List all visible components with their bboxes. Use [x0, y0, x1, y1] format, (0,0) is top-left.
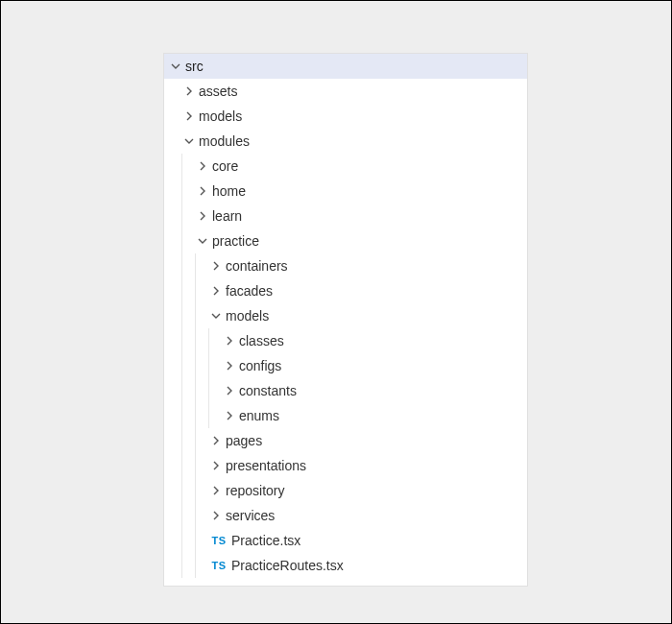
chevron-right-icon[interactable]	[208, 458, 224, 473]
typescript-file-icon: TS	[208, 560, 229, 571]
indent-guide	[168, 204, 181, 228]
indent-guide	[168, 79, 181, 104]
indent-guide	[168, 303, 181, 328]
indent-guide	[168, 528, 181, 553]
indent-guide	[168, 228, 181, 253]
indent-guide	[168, 503, 181, 528]
tree-item-label: repository	[226, 483, 284, 498]
indent-guide	[181, 353, 195, 378]
indent-guide	[195, 528, 208, 553]
chevron-right-icon[interactable]	[222, 333, 237, 348]
tree-item-learn[interactable]: learn	[164, 204, 527, 228]
tree-item-src[interactable]: src	[164, 54, 527, 79]
chevron-down-icon[interactable]	[208, 308, 224, 324]
indent-guide	[168, 353, 181, 378]
indent-guide	[168, 328, 181, 353]
tree-item-label: models	[226, 308, 269, 324]
indent-guide	[181, 179, 195, 204]
chevron-down-icon[interactable]	[168, 59, 183, 74]
indent-guide	[181, 403, 195, 428]
indent-guide	[168, 403, 181, 428]
tree-item-label: Practice.tsx	[231, 533, 300, 548]
tree-item-label: home	[212, 183, 246, 199]
tree-item-facades[interactable]: facades	[164, 278, 527, 303]
indent-guide	[181, 453, 195, 478]
indent-guide	[181, 278, 195, 303]
indent-guide	[195, 328, 208, 353]
tree-item-label: constants	[239, 383, 297, 398]
chevron-right-icon[interactable]	[195, 158, 210, 174]
tree-item-label: practice	[212, 233, 259, 249]
indent-guide	[195, 428, 208, 453]
indent-guide	[195, 353, 208, 378]
indent-guide	[195, 478, 208, 503]
chevron-right-icon[interactable]	[208, 508, 224, 523]
tree-item-containers[interactable]: containers	[164, 253, 527, 278]
tree-item-label: core	[212, 158, 238, 174]
tree-item-home[interactable]: home	[164, 179, 527, 204]
indent-guide	[181, 478, 195, 503]
indent-guide	[168, 179, 181, 204]
indent-guide	[195, 553, 208, 578]
tree-item-models-practice[interactable]: models	[164, 303, 527, 328]
tree-item-presentations[interactable]: presentations	[164, 453, 527, 478]
indent-guide	[181, 228, 195, 253]
indent-guide	[168, 129, 181, 154]
indent-guide	[195, 253, 208, 278]
chevron-right-icon[interactable]	[181, 84, 197, 99]
chevron-right-icon[interactable]	[222, 358, 237, 373]
tree-item-label: services	[226, 508, 275, 523]
indent-guide	[181, 503, 195, 528]
tree-item-classes[interactable]: classes	[164, 328, 527, 353]
tree-item-configs[interactable]: configs	[164, 353, 527, 378]
chevron-right-icon[interactable]	[195, 208, 210, 224]
chevron-right-icon[interactable]	[208, 283, 224, 299]
tree-item-practice-tsx[interactable]: TSPractice.tsx	[164, 528, 527, 553]
file-explorer: srcassetsmodelsmodulescorehomelearnpract…	[163, 53, 528, 587]
tree-item-services[interactable]: services	[164, 503, 527, 528]
tree-item-assets[interactable]: assets	[164, 79, 527, 104]
tree-item-modules[interactable]: modules	[164, 129, 527, 154]
tree-item-constants[interactable]: constants	[164, 378, 527, 403]
chevron-right-icon[interactable]	[208, 483, 224, 498]
tree-item-pages[interactable]: pages	[164, 428, 527, 453]
indent-guide	[181, 154, 195, 179]
tree-item-label: containers	[226, 258, 288, 274]
tree-item-practice-routes[interactable]: TSPracticeRoutes.tsx	[164, 553, 527, 578]
indent-guide	[181, 553, 195, 578]
indent-guide	[208, 353, 222, 378]
indent-guide	[195, 378, 208, 403]
indent-guide	[195, 503, 208, 528]
tree-item-models-top[interactable]: models	[164, 104, 527, 129]
indent-guide	[195, 403, 208, 428]
tree-item-practice[interactable]: practice	[164, 228, 527, 253]
indent-guide	[168, 453, 181, 478]
chevron-right-icon[interactable]	[181, 108, 197, 124]
tree-item-core[interactable]: core	[164, 154, 527, 179]
chevron-right-icon[interactable]	[222, 408, 237, 423]
chevron-right-icon[interactable]	[208, 433, 224, 448]
indent-guide	[181, 378, 195, 403]
indent-guide	[168, 428, 181, 453]
tree-item-label: pages	[226, 433, 262, 448]
tree-item-label: facades	[226, 283, 273, 299]
chevron-right-icon[interactable]	[222, 383, 237, 398]
chevron-down-icon[interactable]	[195, 233, 210, 249]
chevron-down-icon[interactable]	[181, 133, 197, 149]
indent-guide	[168, 154, 181, 179]
indent-guide	[181, 204, 195, 228]
chevron-right-icon[interactable]	[195, 183, 210, 199]
tree-item-label: classes	[239, 333, 284, 348]
tree-item-repository[interactable]: repository	[164, 478, 527, 503]
tree-item-label: presentations	[226, 458, 306, 473]
tree-item-label: enums	[239, 408, 279, 423]
tree-item-enums[interactable]: enums	[164, 403, 527, 428]
indent-guide	[195, 303, 208, 328]
chevron-right-icon[interactable]	[208, 258, 224, 274]
tree-item-label: learn	[212, 208, 242, 224]
indent-guide	[195, 278, 208, 303]
tree-item-label: models	[199, 108, 242, 124]
file-tree: srcassetsmodelsmodulescorehomelearnpract…	[164, 54, 527, 578]
indent-guide	[208, 403, 222, 428]
tree-item-label: modules	[199, 133, 250, 149]
